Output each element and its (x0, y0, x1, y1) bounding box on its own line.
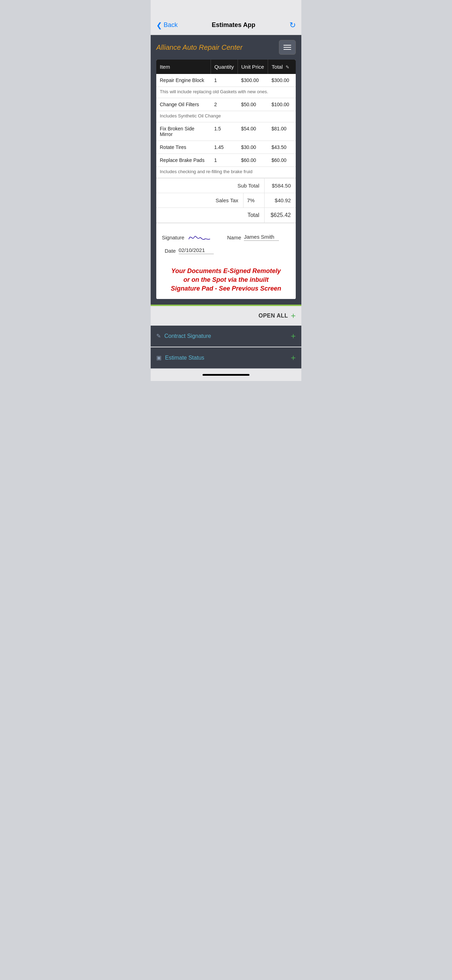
estimate-plus-icon[interactable]: + (291, 354, 296, 362)
edit-icon[interactable]: ✎ (286, 65, 290, 70)
menu-line-1 (283, 45, 291, 46)
item-name: Repair Engine Block (156, 74, 210, 87)
status-bar (151, 0, 301, 16)
table-body: Repair Engine Block 1 $300.00 $300.00 Th… (156, 74, 296, 178)
header-bar: Alliance Auto Repair Center (151, 35, 301, 60)
col-header-item: Item (156, 60, 210, 74)
signature-label: Signature (162, 234, 184, 240)
item-name: Replace Brake Pads (156, 154, 210, 167)
open-all-bar: OPEN ALL + (151, 306, 301, 326)
bottom-section: OPEN ALL + ✎ Contract Signature + ▣ Esti… (151, 305, 301, 368)
refresh-icon[interactable]: ↻ (290, 21, 296, 30)
name-label: Name (227, 234, 241, 240)
item-price: $54.00 (237, 123, 268, 141)
open-all-plus-icon[interactable]: + (291, 312, 296, 320)
table-row: Repair Engine Block 1 $300.00 $300.00 (156, 74, 296, 87)
item-qty: 1.5 (210, 123, 237, 141)
tax-label: Sales Tax (194, 193, 243, 207)
nav-bar: ❮ Back Estimates App ↻ (151, 16, 301, 35)
menu-line-3 (283, 49, 291, 50)
tax-value: $40.92 (264, 193, 296, 207)
item-price: $30.00 (237, 141, 268, 154)
estimate-label: Estimate Status (165, 355, 204, 361)
name-value: James Smith (244, 234, 279, 241)
totals-section: Sub Total $584.50 Sales Tax 7% $40.92 To… (156, 178, 296, 223)
item-price: $50.00 (237, 98, 268, 111)
col-header-price: Unit Price (237, 60, 268, 74)
accordion-left: ✎ Contract Signature (156, 332, 211, 339)
home-bar (202, 374, 250, 376)
item-price: $60.00 (237, 154, 268, 167)
accordion-estimate-status[interactable]: ▣ Estimate Status + (151, 347, 301, 368)
date-label: Date (165, 248, 176, 254)
home-indicator (151, 369, 301, 381)
item-name: Change Oil Filters (156, 98, 210, 111)
date-value: 02/10/2021 (179, 247, 214, 254)
tax-row: Sales Tax 7% $40.92 (156, 193, 296, 208)
table-row: Rotate Tires 1.45 $30.00 $43.50 (156, 141, 296, 154)
item-total: $81.00 (268, 123, 296, 141)
signature-area: Signature Name James Smith Date 02/10/20… (156, 223, 296, 261)
menu-button[interactable] (279, 40, 296, 55)
total-value: $625.42 (264, 208, 296, 223)
tax-pct: 7% (243, 193, 264, 207)
total-row: Total $625.42 (156, 208, 296, 223)
item-note: Includes Synthetic Oil Change (156, 111, 296, 123)
contract-icon: ✎ (156, 332, 161, 339)
table-header: Item Quantity Unit Price Total ✎ (156, 60, 296, 74)
total-label: Total (215, 208, 264, 223)
accordion-contract-signature[interactable]: ✎ Contract Signature + (151, 326, 301, 347)
nav-title: Estimates App (212, 21, 255, 29)
item-qty: 1 (210, 74, 237, 87)
promo-text-section: Your Documents E-Signed Remotely or on t… (156, 261, 296, 299)
item-total: $60.00 (268, 154, 296, 167)
chevron-left-icon: ❮ (156, 21, 162, 29)
accordion-left: ▣ Estimate Status (156, 354, 204, 361)
subtotal-row: Sub Total $584.50 (156, 178, 296, 193)
item-qty: 1.45 (210, 141, 237, 154)
promo-text: Your Documents E-Signed Remotely or on t… (162, 267, 290, 293)
subtotal-label: Sub Total (215, 178, 264, 193)
table-row: Change Oil Filters 2 $50.00 $100.00 (156, 98, 296, 111)
item-note: This will include replacing old Gaskets … (156, 87, 296, 98)
business-name: Alliance Auto Repair Center (156, 43, 242, 51)
open-all-label: OPEN ALL (259, 313, 288, 319)
main-content: Item Quantity Unit Price Total ✎ Repair … (151, 60, 301, 305)
contract-plus-icon[interactable]: + (291, 332, 296, 340)
item-note: Includes checking and re-filling the bra… (156, 167, 296, 178)
table-row-note: This will include replacing old Gaskets … (156, 87, 296, 98)
contract-label: Contract Signature (164, 333, 211, 339)
item-name: Fix Broken Side Mirror (156, 123, 210, 141)
signature-drawing (187, 230, 222, 244)
table-row: Replace Brake Pads 1 $60.00 $60.00 (156, 154, 296, 167)
item-total: $100.00 (268, 98, 296, 111)
item-price: $300.00 (237, 74, 268, 87)
table-row-note: Includes Synthetic Oil Change (156, 111, 296, 123)
table-row-note: Includes checking and re-filling the bra… (156, 167, 296, 178)
estimate-icon: ▣ (156, 354, 162, 361)
item-qty: 1 (210, 154, 237, 167)
item-qty: 2 (210, 98, 237, 111)
estimate-table: Item Quantity Unit Price Total ✎ Repair … (156, 60, 296, 178)
back-label: Back (164, 21, 178, 29)
item-total: $43.50 (268, 141, 296, 154)
item-name: Rotate Tires (156, 141, 210, 154)
subtotal-value: $584.50 (264, 178, 296, 193)
back-button[interactable]: ❮ Back (156, 21, 178, 29)
col-header-qty: Quantity (210, 60, 237, 74)
table-row: Fix Broken Side Mirror 1.5 $54.00 $81.00 (156, 123, 296, 141)
col-header-total: Total ✎ (268, 60, 296, 74)
estimate-card: Item Quantity Unit Price Total ✎ Repair … (156, 60, 296, 299)
item-total: $300.00 (268, 74, 296, 87)
menu-line-2 (283, 47, 291, 48)
